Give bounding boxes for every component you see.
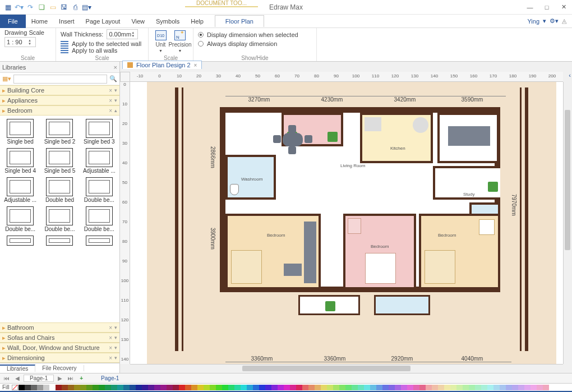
- maximize-button[interactable]: □: [538, 0, 555, 15]
- color-swatch[interactable]: [19, 385, 25, 390]
- color-swatch[interactable]: [80, 385, 86, 390]
- room-bedroom-3[interactable]: Bedroom: [419, 214, 500, 289]
- print-icon[interactable]: ⎙: [71, 3, 80, 12]
- menu-home[interactable]: Home: [26, 16, 53, 27]
- color-swatch[interactable]: [333, 385, 339, 390]
- color-swatch[interactable]: [99, 385, 105, 390]
- shape-item[interactable]: Single bed 4: [1, 147, 39, 175]
- menu-symbols[interactable]: Symbols: [150, 16, 185, 27]
- color-swatch[interactable]: [438, 385, 444, 390]
- drawing-canvas[interactable]: 3270mm4230mm3420mm3590mm 3360mm3360mm292…: [130, 82, 563, 364]
- color-swatch[interactable]: [537, 385, 543, 390]
- color-swatch[interactable]: [216, 385, 222, 390]
- category-sofas[interactable]: ▸ Sofas and Chairs×▾: [0, 333, 119, 343]
- color-swatch[interactable]: [49, 385, 56, 390]
- save-icon[interactable]: 🖫: [59, 3, 68, 12]
- color-swatch[interactable]: [265, 385, 271, 390]
- wall-thickness-input[interactable]: 0.00mm▲▼: [107, 29, 138, 39]
- page-first-icon[interactable]: ⏮: [2, 375, 11, 381]
- radio-display-always[interactable]: [198, 41, 204, 47]
- room-study[interactable]: Study: [433, 166, 500, 200]
- collapse-icon[interactable]: ‹: [569, 72, 571, 79]
- color-swatch[interactable]: [228, 385, 234, 390]
- shape-item[interactable]: Adjustable ...: [80, 147, 118, 175]
- shape-item[interactable]: Double be...: [80, 176, 118, 204]
- export-icon[interactable]: ▤▾: [82, 3, 91, 12]
- menu-page-layout[interactable]: Page Layout: [80, 16, 126, 27]
- document-tab[interactable]: Floor Plan Design 2 ×: [122, 61, 202, 69]
- color-swatch[interactable]: [524, 385, 531, 390]
- shape-item[interactable]: Single bed 3: [80, 118, 118, 146]
- color-swatch[interactable]: [339, 385, 345, 390]
- close-icon[interactable]: ×: [194, 62, 197, 68]
- close-icon[interactable]: ×: [114, 64, 117, 71]
- scrollbar-horizontal[interactable]: [130, 364, 563, 373]
- library-search-input[interactable]: [13, 75, 107, 84]
- no-fill-icon[interactable]: [12, 385, 18, 390]
- search-icon[interactable]: 🔍: [109, 75, 117, 82]
- color-swatch[interactable]: [382, 385, 389, 390]
- color-swatch[interactable]: [123, 385, 130, 390]
- apply-selected-wall-button[interactable]: Apply to the selected wall: [72, 40, 141, 47]
- scrollbar-vertical[interactable]: [563, 82, 572, 364]
- room-kitchen[interactable]: Kitchen: [360, 113, 433, 163]
- room-bedroom-1[interactable]: Bedroom: [225, 214, 321, 289]
- color-swatch[interactable]: [185, 385, 191, 390]
- color-swatch[interactable]: [395, 385, 401, 390]
- color-swatch[interactable]: [259, 385, 265, 390]
- color-swatch[interactable]: [173, 385, 179, 390]
- color-swatch[interactable]: [197, 385, 204, 390]
- menu-help[interactable]: Help: [185, 16, 209, 27]
- page-prev-icon[interactable]: ◀: [13, 375, 21, 381]
- color-swatch[interactable]: [93, 385, 99, 390]
- room-washroom[interactable]: Washroom: [225, 155, 276, 200]
- page-list[interactable]: Page-1: [101, 375, 119, 381]
- category-building-core[interactable]: ▸ Building Core×▾: [0, 85, 119, 95]
- user-name[interactable]: Ying: [527, 18, 539, 25]
- apply-all-walls-button[interactable]: Apply to all walls: [72, 47, 117, 54]
- minimize-button[interactable]: —: [522, 0, 538, 15]
- color-swatch[interactable]: [407, 385, 413, 390]
- balcony-bottom-2[interactable]: [374, 295, 430, 315]
- shape-item[interactable]: [1, 234, 39, 247]
- help-icon[interactable]: ◬: [562, 17, 566, 25]
- tab-floor-plan[interactable]: Floor Plan: [215, 15, 264, 27]
- color-swatch[interactable]: [241, 385, 247, 390]
- color-swatch[interactable]: [463, 385, 469, 390]
- color-swatch[interactable]: [543, 385, 549, 390]
- color-swatch[interactable]: [271, 385, 278, 390]
- color-swatch[interactable]: [413, 385, 419, 390]
- color-swatch[interactable]: [105, 385, 111, 390]
- color-swatch[interactable]: [506, 385, 512, 390]
- color-swatch[interactable]: [148, 385, 154, 390]
- color-swatch[interactable]: [432, 385, 438, 390]
- color-swatch[interactable]: [253, 385, 259, 390]
- redo-icon[interactable]: ↷: [26, 3, 35, 12]
- color-swatch[interactable]: [43, 385, 49, 390]
- color-swatch[interactable]: [518, 385, 524, 390]
- color-swatch[interactable]: [204, 385, 210, 390]
- shape-item[interactable]: Single bed 5: [40, 147, 79, 175]
- shape-item[interactable]: Single bed 2: [40, 118, 79, 146]
- color-swatch[interactable]: [191, 385, 197, 390]
- page-next-icon[interactable]: ▶: [56, 375, 64, 381]
- color-swatch[interactable]: [370, 385, 376, 390]
- color-swatch[interactable]: [487, 385, 493, 390]
- menu-view[interactable]: View: [126, 16, 150, 27]
- library-menu-icon[interactable]: ▦▾: [2, 75, 11, 82]
- shape-item[interactable]: Double be...: [40, 205, 79, 233]
- shape-item[interactable]: Double bed: [40, 176, 79, 204]
- color-swatch[interactable]: [154, 385, 160, 390]
- menu-insert[interactable]: Insert: [53, 16, 80, 27]
- file-menu[interactable]: File: [0, 15, 26, 28]
- room-bedroom-2[interactable]: Bedroom: [343, 214, 416, 289]
- color-swatch[interactable]: [167, 385, 173, 390]
- color-swatch[interactable]: [74, 385, 80, 390]
- color-swatch[interactable]: [284, 385, 290, 390]
- color-swatch[interactable]: [426, 385, 432, 390]
- color-swatch[interactable]: [308, 385, 315, 390]
- color-swatch[interactable]: [321, 385, 327, 390]
- color-swatch[interactable]: [352, 385, 358, 390]
- color-swatch[interactable]: [358, 385, 364, 390]
- color-swatch[interactable]: [210, 385, 216, 390]
